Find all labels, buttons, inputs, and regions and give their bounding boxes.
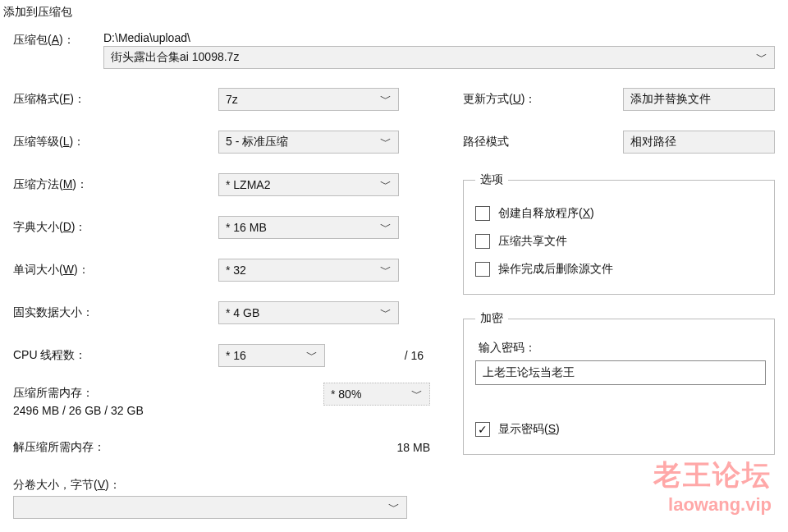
password-label: 输入密码：: [479, 341, 766, 355]
format-combo[interactable]: 7z ﹀: [218, 88, 399, 111]
split-combo[interactable]: ﹀: [13, 496, 407, 519]
sfx-checkbox[interactable]: [475, 206, 490, 221]
cpu-total: / 16: [374, 349, 424, 362]
sfx-label: 创建自释放程序(X): [498, 206, 594, 221]
chevron-down-icon: ﹀: [411, 387, 423, 401]
show-password-label: 显示密码(S): [498, 422, 560, 437]
split-label: 分卷大小，字节(V)：: [13, 478, 430, 493]
method-combo[interactable]: * LZMA2 ﹀: [218, 173, 399, 196]
chevron-down-icon: ﹀: [380, 135, 392, 149]
shared-checkbox[interactable]: [475, 234, 490, 249]
archive-path: D:\Media\upload\: [103, 31, 775, 44]
show-password-checkbox[interactable]: [475, 422, 490, 437]
cpu-combo[interactable]: * 16 ﹀: [218, 344, 325, 367]
decomp-label: 解压缩所需内存：: [13, 440, 364, 455]
encryption-group: 加密 输入密码： 上老王论坛当老王 显示密码(S): [463, 311, 775, 455]
word-label: 单词大小(W)：: [13, 263, 218, 277]
solid-combo[interactable]: * 4 GB ﹀: [218, 301, 399, 324]
level-label: 压缩等级(L)：: [13, 135, 218, 149]
chevron-down-icon: ﹀: [380, 263, 392, 277]
chevron-down-icon: ﹀: [388, 500, 400, 515]
archive-filename-combo[interactable]: 街头露出合集ai 10098.7z ﹀: [103, 46, 775, 69]
chevron-down-icon: ﹀: [380, 92, 392, 107]
mem-req-value: 2496 MB / 26 GB / 32 GB: [13, 404, 430, 417]
options-group: 选项 创建自释放程序(X) 压缩共享文件 操作完成后删除源文件: [463, 172, 775, 295]
options-legend: 选项: [475, 172, 508, 187]
pathmode-label: 路径模式: [463, 135, 623, 149]
password-input[interactable]: 上老王论坛当老王: [475, 360, 766, 385]
decomp-value: 18 MB: [364, 441, 430, 454]
delete-checkbox[interactable]: [475, 262, 490, 277]
format-label: 压缩格式(F)：: [13, 92, 218, 107]
method-label: 压缩方法(M)：: [13, 177, 218, 192]
dict-label: 字典大小(D)：: [13, 220, 218, 235]
word-combo[interactable]: * 32 ﹀: [218, 259, 399, 282]
archive-label: 压缩包(A)：: [13, 31, 103, 69]
encryption-legend: 加密: [475, 311, 508, 326]
solid-label: 固实数据大小：: [13, 305, 218, 320]
update-combo[interactable]: 添加并替换文件: [623, 88, 775, 111]
chevron-down-icon: ﹀: [380, 220, 392, 235]
window-title: 添加到压缩包: [0, 0, 788, 23]
update-label: 更新方式(U)：: [463, 92, 623, 107]
chevron-down-icon: ﹀: [306, 348, 318, 363]
cpu-label: CPU 线程数：: [13, 348, 218, 363]
dict-combo[interactable]: * 16 MB ﹀: [218, 216, 399, 239]
pathmode-combo[interactable]: 相对路径: [623, 131, 775, 154]
shared-label: 压缩共享文件: [498, 234, 567, 249]
level-combo[interactable]: 5 - 标准压缩 ﹀: [218, 131, 399, 154]
chevron-down-icon: ﹀: [380, 177, 392, 192]
delete-label: 操作完成后删除源文件: [498, 262, 613, 277]
chevron-down-icon: ﹀: [756, 50, 767, 65]
chevron-down-icon: ﹀: [380, 305, 392, 320]
mem-pct-combo[interactable]: * 80% ﹀: [323, 383, 430, 406]
archive-filename: 街头露出合集ai 10098.7z: [111, 50, 756, 65]
